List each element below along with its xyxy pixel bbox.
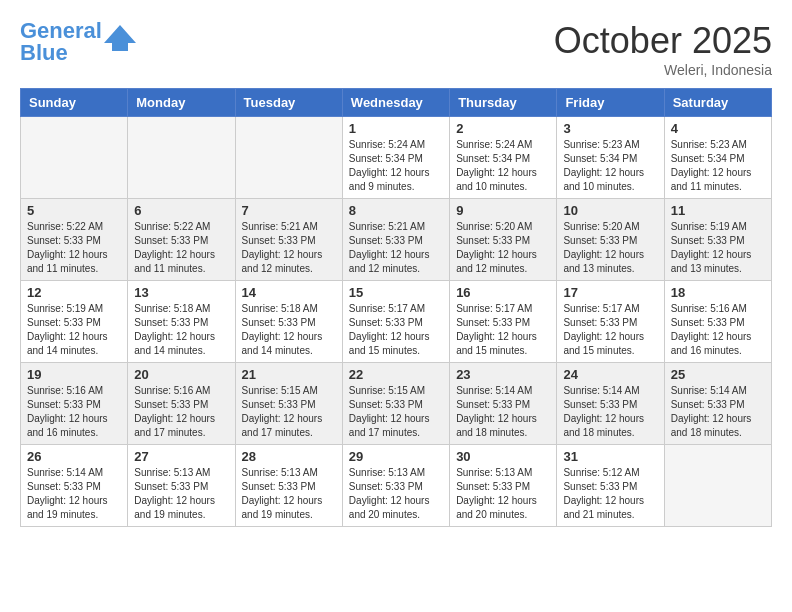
calendar-cell: 8Sunrise: 5:21 AM Sunset: 5:33 PM Daylig…: [342, 199, 449, 281]
day-number: 11: [671, 203, 765, 218]
calendar-header-row: SundayMondayTuesdayWednesdayThursdayFrid…: [21, 89, 772, 117]
logo-icon: [104, 23, 136, 51]
day-number: 3: [563, 121, 657, 136]
calendar-cell: 13Sunrise: 5:18 AM Sunset: 5:33 PM Dayli…: [128, 281, 235, 363]
day-header-thursday: Thursday: [450, 89, 557, 117]
day-number: 20: [134, 367, 228, 382]
calendar-cell: 18Sunrise: 5:16 AM Sunset: 5:33 PM Dayli…: [664, 281, 771, 363]
day-info: Sunrise: 5:22 AM Sunset: 5:33 PM Dayligh…: [134, 220, 228, 276]
day-header-wednesday: Wednesday: [342, 89, 449, 117]
day-info: Sunrise: 5:19 AM Sunset: 5:33 PM Dayligh…: [671, 220, 765, 276]
day-info: Sunrise: 5:16 AM Sunset: 5:33 PM Dayligh…: [27, 384, 121, 440]
day-number: 18: [671, 285, 765, 300]
day-number: 12: [27, 285, 121, 300]
day-header-tuesday: Tuesday: [235, 89, 342, 117]
day-number: 17: [563, 285, 657, 300]
day-info: Sunrise: 5:19 AM Sunset: 5:33 PM Dayligh…: [27, 302, 121, 358]
day-info: Sunrise: 5:23 AM Sunset: 5:34 PM Dayligh…: [671, 138, 765, 194]
logo-text: GeneralBlue: [20, 20, 102, 64]
day-info: Sunrise: 5:24 AM Sunset: 5:34 PM Dayligh…: [456, 138, 550, 194]
calendar-cell: 4Sunrise: 5:23 AM Sunset: 5:34 PM Daylig…: [664, 117, 771, 199]
day-info: Sunrise: 5:16 AM Sunset: 5:33 PM Dayligh…: [134, 384, 228, 440]
day-number: 9: [456, 203, 550, 218]
day-number: 19: [27, 367, 121, 382]
day-number: 4: [671, 121, 765, 136]
day-info: Sunrise: 5:13 AM Sunset: 5:33 PM Dayligh…: [349, 466, 443, 522]
day-info: Sunrise: 5:15 AM Sunset: 5:33 PM Dayligh…: [242, 384, 336, 440]
calendar-cell: 11Sunrise: 5:19 AM Sunset: 5:33 PM Dayli…: [664, 199, 771, 281]
day-header-sunday: Sunday: [21, 89, 128, 117]
logo: GeneralBlue: [20, 20, 136, 64]
calendar-cell: 22Sunrise: 5:15 AM Sunset: 5:33 PM Dayli…: [342, 363, 449, 445]
day-info: Sunrise: 5:24 AM Sunset: 5:34 PM Dayligh…: [349, 138, 443, 194]
day-info: Sunrise: 5:13 AM Sunset: 5:33 PM Dayligh…: [456, 466, 550, 522]
day-info: Sunrise: 5:22 AM Sunset: 5:33 PM Dayligh…: [27, 220, 121, 276]
day-info: Sunrise: 5:17 AM Sunset: 5:33 PM Dayligh…: [456, 302, 550, 358]
day-info: Sunrise: 5:14 AM Sunset: 5:33 PM Dayligh…: [27, 466, 121, 522]
calendar-cell: 3Sunrise: 5:23 AM Sunset: 5:34 PM Daylig…: [557, 117, 664, 199]
calendar-cell: [664, 445, 771, 527]
day-number: 6: [134, 203, 228, 218]
day-number: 5: [27, 203, 121, 218]
calendar-week-row: 5Sunrise: 5:22 AM Sunset: 5:33 PM Daylig…: [21, 199, 772, 281]
calendar-cell: 5Sunrise: 5:22 AM Sunset: 5:33 PM Daylig…: [21, 199, 128, 281]
day-info: Sunrise: 5:18 AM Sunset: 5:33 PM Dayligh…: [134, 302, 228, 358]
calendar-week-row: 12Sunrise: 5:19 AM Sunset: 5:33 PM Dayli…: [21, 281, 772, 363]
day-number: 1: [349, 121, 443, 136]
day-number: 30: [456, 449, 550, 464]
calendar-cell: 31Sunrise: 5:12 AM Sunset: 5:33 PM Dayli…: [557, 445, 664, 527]
calendar-cell: 1Sunrise: 5:24 AM Sunset: 5:34 PM Daylig…: [342, 117, 449, 199]
day-info: Sunrise: 5:18 AM Sunset: 5:33 PM Dayligh…: [242, 302, 336, 358]
calendar-cell: 19Sunrise: 5:16 AM Sunset: 5:33 PM Dayli…: [21, 363, 128, 445]
day-number: 24: [563, 367, 657, 382]
day-info: Sunrise: 5:15 AM Sunset: 5:33 PM Dayligh…: [349, 384, 443, 440]
day-info: Sunrise: 5:20 AM Sunset: 5:33 PM Dayligh…: [563, 220, 657, 276]
calendar-week-row: 1Sunrise: 5:24 AM Sunset: 5:34 PM Daylig…: [21, 117, 772, 199]
calendar-table: SundayMondayTuesdayWednesdayThursdayFrid…: [20, 88, 772, 527]
day-info: Sunrise: 5:17 AM Sunset: 5:33 PM Dayligh…: [349, 302, 443, 358]
day-info: Sunrise: 5:17 AM Sunset: 5:33 PM Dayligh…: [563, 302, 657, 358]
day-info: Sunrise: 5:14 AM Sunset: 5:33 PM Dayligh…: [671, 384, 765, 440]
calendar-cell: [21, 117, 128, 199]
calendar-cell: 7Sunrise: 5:21 AM Sunset: 5:33 PM Daylig…: [235, 199, 342, 281]
day-info: Sunrise: 5:21 AM Sunset: 5:33 PM Dayligh…: [242, 220, 336, 276]
calendar-cell: 15Sunrise: 5:17 AM Sunset: 5:33 PM Dayli…: [342, 281, 449, 363]
day-number: 13: [134, 285, 228, 300]
day-info: Sunrise: 5:20 AM Sunset: 5:33 PM Dayligh…: [456, 220, 550, 276]
day-number: 23: [456, 367, 550, 382]
title-section: October 2025 Weleri, Indonesia: [554, 20, 772, 78]
day-info: Sunrise: 5:12 AM Sunset: 5:33 PM Dayligh…: [563, 466, 657, 522]
calendar-cell: 26Sunrise: 5:14 AM Sunset: 5:33 PM Dayli…: [21, 445, 128, 527]
calendar-cell: 28Sunrise: 5:13 AM Sunset: 5:33 PM Dayli…: [235, 445, 342, 527]
calendar-cell: 9Sunrise: 5:20 AM Sunset: 5:33 PM Daylig…: [450, 199, 557, 281]
calendar-cell: 16Sunrise: 5:17 AM Sunset: 5:33 PM Dayli…: [450, 281, 557, 363]
location: Weleri, Indonesia: [554, 62, 772, 78]
day-number: 2: [456, 121, 550, 136]
calendar-cell: 14Sunrise: 5:18 AM Sunset: 5:33 PM Dayli…: [235, 281, 342, 363]
day-header-friday: Friday: [557, 89, 664, 117]
day-info: Sunrise: 5:13 AM Sunset: 5:33 PM Dayligh…: [134, 466, 228, 522]
calendar-cell: 2Sunrise: 5:24 AM Sunset: 5:34 PM Daylig…: [450, 117, 557, 199]
day-info: Sunrise: 5:16 AM Sunset: 5:33 PM Dayligh…: [671, 302, 765, 358]
calendar-cell: [235, 117, 342, 199]
calendar-cell: 27Sunrise: 5:13 AM Sunset: 5:33 PM Dayli…: [128, 445, 235, 527]
calendar-cell: 6Sunrise: 5:22 AM Sunset: 5:33 PM Daylig…: [128, 199, 235, 281]
calendar-cell: 24Sunrise: 5:14 AM Sunset: 5:33 PM Dayli…: [557, 363, 664, 445]
calendar-cell: 25Sunrise: 5:14 AM Sunset: 5:33 PM Dayli…: [664, 363, 771, 445]
day-number: 25: [671, 367, 765, 382]
calendar-cell: 12Sunrise: 5:19 AM Sunset: 5:33 PM Dayli…: [21, 281, 128, 363]
day-number: 15: [349, 285, 443, 300]
calendar-cell: 20Sunrise: 5:16 AM Sunset: 5:33 PM Dayli…: [128, 363, 235, 445]
calendar-week-row: 19Sunrise: 5:16 AM Sunset: 5:33 PM Dayli…: [21, 363, 772, 445]
calendar-cell: 17Sunrise: 5:17 AM Sunset: 5:33 PM Dayli…: [557, 281, 664, 363]
day-number: 31: [563, 449, 657, 464]
calendar-cell: 29Sunrise: 5:13 AM Sunset: 5:33 PM Dayli…: [342, 445, 449, 527]
calendar-cell: 10Sunrise: 5:20 AM Sunset: 5:33 PM Dayli…: [557, 199, 664, 281]
day-number: 8: [349, 203, 443, 218]
calendar-week-row: 26Sunrise: 5:14 AM Sunset: 5:33 PM Dayli…: [21, 445, 772, 527]
calendar-cell: 21Sunrise: 5:15 AM Sunset: 5:33 PM Dayli…: [235, 363, 342, 445]
day-number: 29: [349, 449, 443, 464]
day-number: 14: [242, 285, 336, 300]
day-info: Sunrise: 5:21 AM Sunset: 5:33 PM Dayligh…: [349, 220, 443, 276]
calendar-cell: 30Sunrise: 5:13 AM Sunset: 5:33 PM Dayli…: [450, 445, 557, 527]
